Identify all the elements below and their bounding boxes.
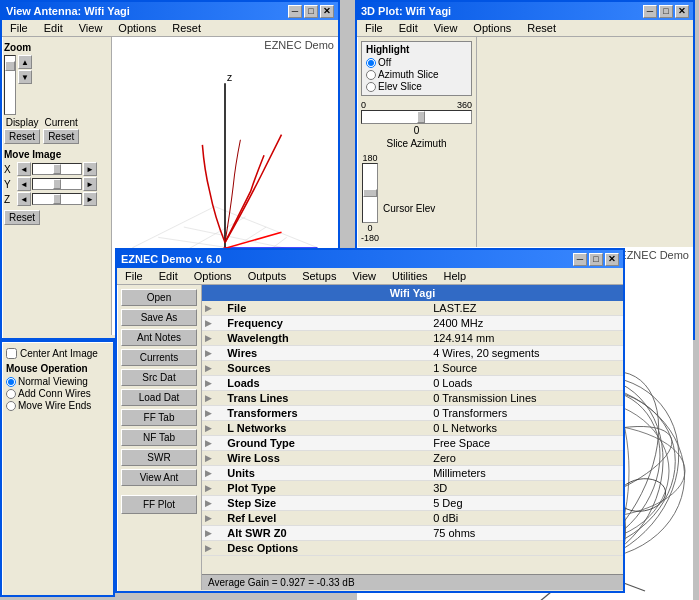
- eznec-menu-utilities[interactable]: Utilities: [388, 269, 431, 283]
- table-row[interactable]: ▶FileLAST.EZ: [202, 301, 623, 316]
- table-row[interactable]: ▶Frequency2400 MHz: [202, 316, 623, 331]
- view-ant-menu-file[interactable]: File: [6, 21, 32, 35]
- ff-tab-btn[interactable]: FF Tab: [121, 409, 197, 426]
- plot3d-minimize-btn[interactable]: ─: [643, 5, 657, 18]
- table-row[interactable]: ▶Loads0 Loads: [202, 376, 623, 391]
- nf-tab-btn[interactable]: NF Tab: [121, 429, 197, 446]
- move-image-reset-btn[interactable]: Reset: [4, 210, 40, 225]
- eznec-maximize-btn[interactable]: □: [589, 253, 603, 266]
- plot3d-menu-view[interactable]: View: [430, 21, 462, 35]
- view-ant-btn[interactable]: View Ant: [121, 469, 197, 486]
- table-row[interactable]: ▶Step Size5 Deg: [202, 496, 623, 511]
- plot3d-menu-reset[interactable]: Reset: [523, 21, 560, 35]
- current-reset-btn[interactable]: Reset: [43, 129, 79, 144]
- currents-btn[interactable]: Currents: [121, 349, 197, 366]
- table-row[interactable]: ▶Desc Options: [202, 541, 623, 556]
- eznec-menu-view[interactable]: View: [348, 269, 380, 283]
- ant-notes-btn[interactable]: Ant Notes: [121, 329, 197, 346]
- plot3d-maximize-btn[interactable]: □: [659, 5, 673, 18]
- zoom-slider[interactable]: [4, 55, 16, 115]
- eznec-menu-help[interactable]: Help: [440, 269, 471, 283]
- table-row[interactable]: ▶Sources1 Source: [202, 361, 623, 376]
- swr-btn[interactable]: SWR: [121, 449, 197, 466]
- table-row[interactable]: ▶Wires4 Wires, 20 segments: [202, 346, 623, 361]
- table-row[interactable]: ▶L Networks0 L Networks: [202, 421, 623, 436]
- table-row[interactable]: ▶Ref Level0 dBi: [202, 511, 623, 526]
- zoom-down-btn[interactable]: ▼: [18, 70, 32, 84]
- table-row[interactable]: ▶Ground TypeFree Space: [202, 436, 623, 451]
- z-slider[interactable]: [32, 193, 82, 205]
- azimuth-radio[interactable]: [366, 70, 376, 80]
- field-name: Alt SWR Z0: [224, 526, 430, 541]
- save-as-btn[interactable]: Save As: [121, 309, 197, 326]
- field-value: 0 Loads: [430, 376, 623, 391]
- ff-plot-btn[interactable]: FF Plot: [121, 495, 197, 514]
- plot3d-menu-edit[interactable]: Edit: [395, 21, 422, 35]
- y-right-btn[interactable]: ►: [83, 177, 97, 191]
- table-row[interactable]: ▶Wire LossZero: [202, 451, 623, 466]
- view-ant-menu-edit[interactable]: Edit: [40, 21, 67, 35]
- expand-arrow[interactable]: ▶: [202, 466, 224, 481]
- eznec-menu-file[interactable]: File: [121, 269, 147, 283]
- expand-arrow[interactable]: ▶: [202, 361, 224, 376]
- zoom-up-btn[interactable]: ▲: [18, 55, 32, 69]
- expand-arrow[interactable]: ▶: [202, 391, 224, 406]
- eznec-close-btn[interactable]: ✕: [605, 253, 619, 266]
- expand-arrow[interactable]: ▶: [202, 421, 224, 436]
- expand-arrow[interactable]: ▶: [202, 541, 224, 556]
- expand-arrow[interactable]: ▶: [202, 301, 224, 316]
- expand-arrow[interactable]: ▶: [202, 376, 224, 391]
- off-radio[interactable]: [366, 58, 376, 68]
- expand-arrow[interactable]: ▶: [202, 511, 224, 526]
- expand-arrow[interactable]: ▶: [202, 316, 224, 331]
- normal-viewing-radio[interactable]: [6, 377, 16, 387]
- view-ant-menu-reset[interactable]: Reset: [168, 21, 205, 35]
- expand-arrow[interactable]: ▶: [202, 481, 224, 496]
- load-dat-btn[interactable]: Load Dat: [121, 389, 197, 406]
- expand-arrow[interactable]: ▶: [202, 451, 224, 466]
- open-btn[interactable]: Open: [121, 289, 197, 306]
- x-slider[interactable]: [32, 163, 82, 175]
- view-ant-close-btn[interactable]: ✕: [320, 5, 334, 18]
- table-row[interactable]: ▶UnitsMillimeters: [202, 466, 623, 481]
- eznec-menu-outputs[interactable]: Outputs: [244, 269, 291, 283]
- center-ant-checkbox[interactable]: [6, 348, 17, 359]
- table-row[interactable]: ▶Wavelength124.914 mm: [202, 331, 623, 346]
- plot3d-menu-options[interactable]: Options: [469, 21, 515, 35]
- table-row[interactable]: ▶Transformers0 Transformers: [202, 406, 623, 421]
- plot3d-close-btn[interactable]: ✕: [675, 5, 689, 18]
- expand-arrow[interactable]: ▶: [202, 496, 224, 511]
- table-row[interactable]: ▶Plot Type3D: [202, 481, 623, 496]
- z-right-btn[interactable]: ►: [83, 192, 97, 206]
- expand-arrow[interactable]: ▶: [202, 346, 224, 361]
- y-left-btn[interactable]: ◄: [17, 177, 31, 191]
- eznec-menu-edit[interactable]: Edit: [155, 269, 182, 283]
- expand-arrow[interactable]: ▶: [202, 406, 224, 421]
- x-left-btn[interactable]: ◄: [17, 162, 31, 176]
- expand-arrow[interactable]: ▶: [202, 526, 224, 541]
- x-right-btn[interactable]: ►: [83, 162, 97, 176]
- src-dat-btn[interactable]: Src Dat: [121, 369, 197, 386]
- view-ant-menu-options[interactable]: Options: [114, 21, 160, 35]
- field-value: 0 L Networks: [430, 421, 623, 436]
- view-ant-minimize-btn[interactable]: ─: [288, 5, 302, 18]
- z-left-btn[interactable]: ◄: [17, 192, 31, 206]
- table-row[interactable]: ▶Trans Lines0 Transmission Lines: [202, 391, 623, 406]
- view-ant-maximize-btn[interactable]: □: [304, 5, 318, 18]
- expand-arrow[interactable]: ▶: [202, 436, 224, 451]
- eznec-menu-setups[interactable]: Setups: [298, 269, 340, 283]
- plot3d-menu-file[interactable]: File: [361, 21, 387, 35]
- expand-arrow[interactable]: ▶: [202, 331, 224, 346]
- add-conn-radio[interactable]: [6, 389, 16, 399]
- y-slider[interactable]: [32, 178, 82, 190]
- display-reset-btn[interactable]: Reset: [4, 129, 40, 144]
- eznec-menu-options[interactable]: Options: [190, 269, 236, 283]
- eznec-table-scroll[interactable]: ▶FileLAST.EZ▶Frequency2400 MHz▶Wavelengt…: [202, 301, 623, 574]
- table-row[interactable]: ▶Alt SWR Z075 ohms: [202, 526, 623, 541]
- azimuth-slider[interactable]: [361, 110, 472, 124]
- elev-slider[interactable]: [362, 163, 378, 223]
- eznec-minimize-btn[interactable]: ─: [573, 253, 587, 266]
- view-ant-menu-view[interactable]: View: [75, 21, 107, 35]
- move-wire-radio[interactable]: [6, 401, 16, 411]
- elev-radio[interactable]: [366, 82, 376, 92]
